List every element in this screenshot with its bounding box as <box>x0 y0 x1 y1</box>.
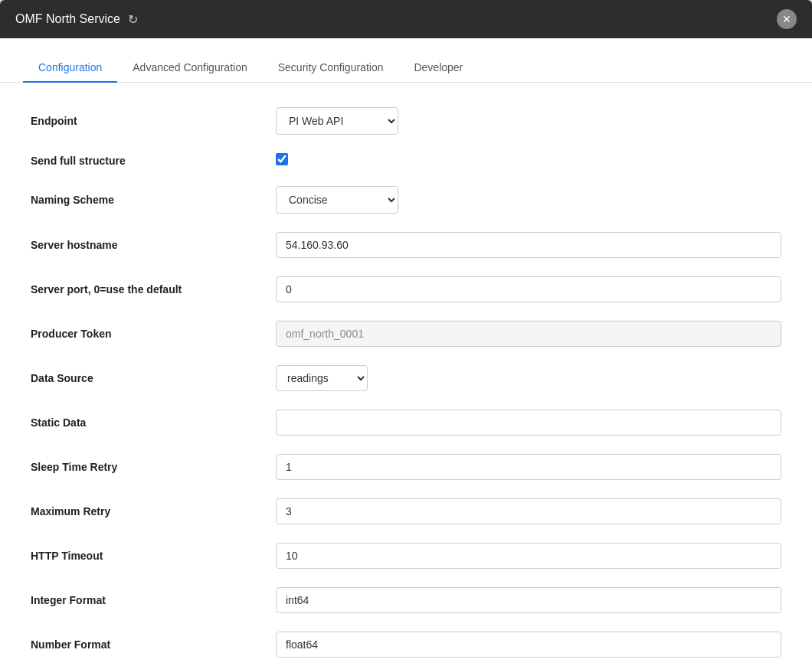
send-full-structure-label: Send full structure <box>31 155 276 167</box>
server-hostname-control <box>276 232 781 258</box>
tab-developer[interactable]: Developer <box>398 54 478 83</box>
tab-advanced-configuration[interactable]: Advanced Configuration <box>117 54 262 83</box>
endpoint-control: PI Web API EDS OCS <box>276 107 781 135</box>
number-format-label: Number Format <box>31 638 276 651</box>
data-source-row: Data Source readings statistics <box>31 356 781 400</box>
send-full-structure-control <box>276 153 781 168</box>
integer-format-control <box>276 587 781 613</box>
integer-format-label: Integer Format <box>31 594 276 606</box>
http-timeout-row: HTTP Timeout <box>31 534 781 578</box>
server-hostname-input[interactable] <box>276 232 781 258</box>
endpoint-select[interactable]: PI Web API EDS OCS <box>276 107 398 135</box>
tabs-container: Configuration Advanced Configuration Sec… <box>0 38 812 83</box>
data-source-select[interactable]: readings statistics <box>276 365 368 391</box>
tab-security-configuration[interactable]: Security Configuration <box>263 54 399 83</box>
sleep-time-retry-row: Sleep Time Retry <box>31 445 781 489</box>
http-timeout-control <box>276 543 781 569</box>
static-data-control <box>276 410 781 436</box>
producer-token-control <box>276 321 781 347</box>
maximum-retry-input[interactable] <box>276 498 781 524</box>
modal-title: OMF North Service <box>15 12 120 26</box>
static-data-input[interactable] <box>276 410 781 436</box>
sleep-time-retry-input[interactable] <box>276 454 781 480</box>
sleep-time-retry-control <box>276 454 781 480</box>
maximum-retry-row: Maximum Retry <box>31 489 781 534</box>
tab-configuration[interactable]: Configuration <box>23 54 117 83</box>
number-format-control <box>276 632 781 658</box>
naming-scheme-row: Naming Scheme Concise Use Asset Name Att… <box>31 177 781 223</box>
tabs: Configuration Advanced Configuration Sec… <box>23 54 789 82</box>
producer-token-input[interactable] <box>276 321 781 347</box>
static-data-row: Static Data <box>31 400 781 445</box>
sleep-time-retry-label: Sleep Time Retry <box>31 461 276 473</box>
http-timeout-label: HTTP Timeout <box>31 550 276 562</box>
integer-format-input[interactable] <box>276 587 781 613</box>
header-left: OMF North Service ↻ <box>15 12 138 27</box>
number-format-input[interactable] <box>276 632 781 658</box>
send-full-structure-checkbox[interactable] <box>276 153 288 165</box>
integer-format-row: Integer Format <box>31 578 781 622</box>
send-full-structure-row: Send full structure <box>31 144 781 177</box>
close-button[interactable]: ✕ <box>777 9 797 29</box>
http-timeout-input[interactable] <box>276 543 781 569</box>
server-hostname-label: Server hostname <box>31 239 276 251</box>
maximum-retry-control <box>276 498 781 524</box>
data-source-control: readings statistics <box>276 365 781 391</box>
server-port-row: Server port, 0=use the default <box>31 267 781 312</box>
endpoint-row: Endpoint PI Web API EDS OCS <box>31 98 781 144</box>
producer-token-label: Producer Token <box>31 328 276 340</box>
server-hostname-row: Server hostname <box>31 223 781 267</box>
naming-scheme-control: Concise Use Asset Name Attribute Hash <box>276 186 781 214</box>
refresh-icon[interactable]: ↻ <box>128 12 138 27</box>
modal-header: OMF North Service ↻ ✕ <box>0 0 812 38</box>
endpoint-label: Endpoint <box>31 115 276 127</box>
number-format-row: Number Format <box>31 622 781 666</box>
maximum-retry-label: Maximum Retry <box>31 505 276 517</box>
server-port-label: Server port, 0=use the default <box>31 283 276 295</box>
data-source-label: Data Source <box>31 372 276 384</box>
naming-scheme-label: Naming Scheme <box>31 194 276 206</box>
naming-scheme-select[interactable]: Concise Use Asset Name Attribute Hash <box>276 186 398 214</box>
static-data-label: Static Data <box>31 416 276 429</box>
server-port-control <box>276 276 781 302</box>
producer-token-row: Producer Token <box>31 312 781 356</box>
server-port-input[interactable] <box>276 276 781 302</box>
form-content: Endpoint PI Web API EDS OCS Send full st… <box>0 83 812 666</box>
modal-container: OMF North Service ↻ ✕ Configuration Adva… <box>0 0 812 666</box>
